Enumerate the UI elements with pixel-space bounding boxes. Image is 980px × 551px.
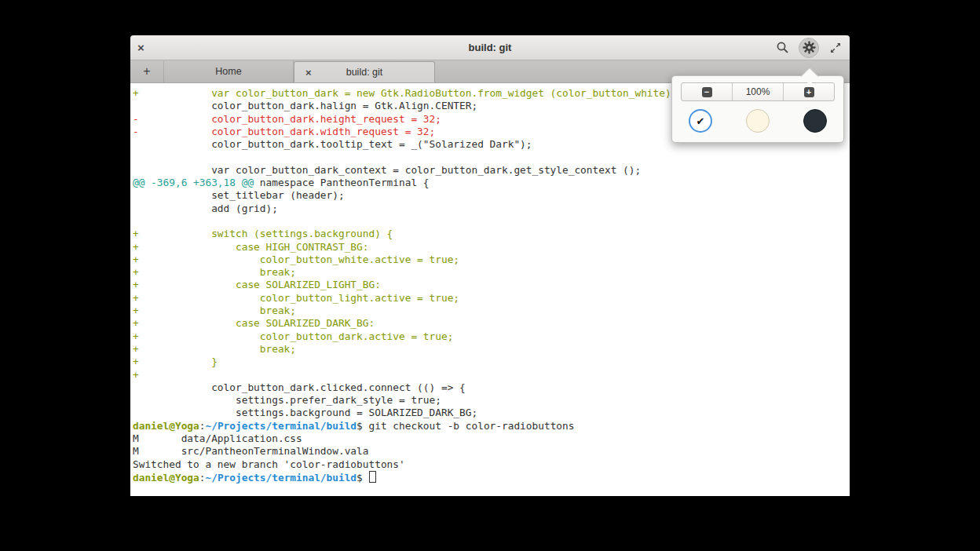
gear-icon	[803, 41, 816, 54]
zoom-in-icon: +	[804, 87, 814, 97]
terminal-text: ~/Projects/terminal/build	[205, 472, 357, 483]
tab-home[interactable]: Home	[164, 60, 294, 82]
terminal-text: - color_button_dark.width_request = 32;	[133, 126, 435, 137]
color-option-solarized-light[interactable]	[746, 109, 770, 133]
zoom-out-button[interactable]: −	[682, 83, 732, 100]
terminal-text: set_titlebar (header);	[133, 189, 345, 201]
terminal-text: + var color_button_dark = new Gtk.RadioB…	[133, 87, 677, 99]
tab-close-icon[interactable]: ×	[305, 67, 312, 78]
terminal-line: + break;	[133, 266, 850, 279]
terminal-text: settings.prefer_dark_style = true;	[133, 394, 441, 406]
terminal-cursor	[369, 471, 376, 483]
terminal-line: +	[133, 369, 850, 381]
terminal-text: + break;	[133, 343, 296, 355]
terminal-text: $ git checkout -b color-radiobuttons	[357, 420, 574, 432]
terminal-line: + case SOLARIZED_DARK_BG:	[133, 317, 850, 330]
terminal-line: settings.prefer_dark_style = true;	[133, 394, 850, 407]
terminal-line: settings.background = SOLARIZED_DARK_BG;	[133, 407, 850, 419]
headerbar: × build: git	[130, 35, 850, 60]
window-close-button[interactable]: ×	[137, 35, 144, 60]
color-option-solarized-dark[interactable]	[803, 109, 827, 133]
settings-popover: − 100% + ✔	[671, 75, 844, 143]
color-options: ✔	[672, 109, 843, 133]
terminal-line: var color_button_dark_context = color_bu…	[133, 164, 850, 177]
terminal-text: @@ -369,6 +363,18 @@	[133, 177, 254, 188]
terminal-line: add (grid);	[133, 203, 850, 215]
terminal-text: daniel@Yoga	[133, 420, 199, 432]
expand-icon	[829, 42, 842, 54]
terminal-text: ~/Projects/terminal/build	[205, 420, 357, 432]
terminal-line: + }	[133, 356, 850, 368]
terminal-text: + switch (settings.background) {	[133, 228, 393, 239]
terminal-text: + case SOLARIZED_LIGHT_BG:	[133, 279, 381, 290]
terminal-line: + color_button_light.active = true;	[133, 292, 850, 305]
terminal-text: Switched to a new branch 'color-radiobut…	[133, 458, 405, 470]
terminal-text: - color_button_dark.height_request = 32;	[133, 113, 441, 125]
zoom-control: − 100% +	[681, 82, 835, 101]
tab-build-git-label: build: git	[346, 67, 383, 78]
terminal-text: + break;	[133, 305, 296, 316]
terminal-text: settings.background = SOLARIZED_DARK_BG;	[133, 407, 477, 418]
terminal-line: daniel@Yoga:~/Projects/terminal/build$ g…	[133, 420, 850, 432]
terminal-line	[133, 215, 850, 228]
new-tab-button[interactable]: +	[130, 60, 164, 82]
terminal-text: + color_button_light.active = true;	[133, 292, 459, 304]
terminal-text: namespace PantheonTerminal {	[254, 177, 429, 188]
check-icon: ✔	[697, 115, 705, 127]
terminal-text: + color_button_white.active = true;	[133, 254, 459, 265]
terminal-text: daniel@Yoga	[133, 472, 199, 483]
terminal-text: M src/PantheonTerminalWindow.vala	[133, 445, 368, 457]
terminal-line: + case SOLARIZED_LIGHT_BG:	[133, 279, 850, 291]
terminal-line: + color_button_dark.active = true;	[133, 330, 850, 343]
terminal-text: + case SOLARIZED_DARK_BG:	[133, 317, 375, 329]
terminal-line: set_titlebar (header);	[133, 189, 850, 202]
terminal-text: M data/Application.css	[133, 432, 302, 444]
color-option-high-contrast-white[interactable]: ✔	[689, 109, 712, 133]
terminal-text: color_button_dark.tooltip_text = _("Sola…	[133, 138, 532, 150]
terminal-line: + break;	[133, 305, 850, 317]
zoom-in-button[interactable]: +	[783, 83, 834, 100]
terminal-text: + case HIGH_CONTRAST_BG:	[133, 241, 368, 253]
search-icon	[776, 41, 789, 54]
terminal-line: M src/PantheonTerminalWindow.vala	[133, 445, 850, 458]
terminal-line: @@ -369,6 +363,18 @@ namespace PantheonT…	[133, 177, 850, 189]
zoom-level-value: 100%	[746, 86, 770, 97]
terminal-line: color_button_dark.clicked.connect (() =>…	[133, 381, 850, 394]
terminal-line: + case HIGH_CONTRAST_BG:	[133, 241, 850, 254]
zoom-out-icon: −	[702, 87, 712, 97]
terminal-text: +	[133, 369, 139, 381]
terminal-line: M data/Application.css	[133, 432, 850, 445]
terminal-text: + break;	[133, 266, 296, 278]
window-title: build: git	[130, 42, 850, 53]
terminal-text: color_button_dark.halign = Gtk.Align.CEN…	[133, 100, 477, 111]
terminal-text: + color_button_dark.active = true;	[133, 330, 453, 342]
terminal-text: $	[357, 472, 368, 483]
terminal-line: daniel@Yoga:~/Projects/terminal/build$	[133, 471, 850, 483]
search-button[interactable]	[773, 38, 792, 57]
tab-build-git[interactable]: × build: git	[294, 61, 435, 82]
settings-button[interactable]	[799, 38, 819, 58]
terminal-line: Switched to a new branch 'color-radiobut…	[133, 458, 850, 471]
desktop: { "window": { "title": "build: git", "cl…	[0, 0, 980, 551]
headerbar-actions	[773, 35, 845, 60]
terminal-text: + }	[133, 356, 218, 367]
terminal-line: + switch (settings.background) {	[133, 228, 850, 240]
terminal-line: + color_button_white.active = true;	[133, 254, 850, 266]
terminal-line	[133, 151, 850, 163]
terminal-line: + break;	[133, 343, 850, 356]
tab-home-label: Home	[215, 66, 241, 77]
fullscreen-button[interactable]	[826, 38, 845, 57]
terminal-text: var color_button_dark_context = color_bu…	[133, 164, 641, 176]
zoom-level: 100%	[732, 83, 783, 100]
terminal-text: color_button_dark.clicked.connect (() =>…	[133, 381, 466, 393]
terminal-text: add (grid);	[133, 203, 278, 214]
terminal-output[interactable]: + var color_button_dark = new Gtk.RadioB…	[130, 83, 850, 496]
